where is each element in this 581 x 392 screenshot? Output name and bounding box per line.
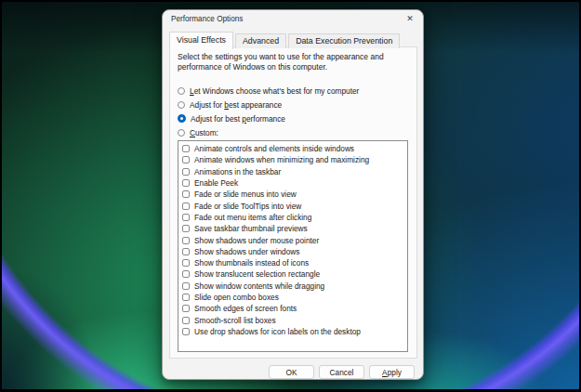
checkbox-label: Save taskbar thumbnail previews [194,224,308,233]
radio-icon [178,114,186,123]
effect-checkbox-row[interactable]: Animations in the taskbar [182,166,407,177]
checkbox-icon [182,225,190,232]
radio-icon [178,87,185,95]
radio-adjust-best-appearance[interactable]: Adjust for best appearance [178,98,359,111]
effect-checkbox-row[interactable]: Show shadows under mouse pointer [182,234,407,245]
checkbox-label: Animate windows when minimizing and maxi… [194,155,369,164]
checkbox-label: Show shadows under mouse pointer [194,236,319,245]
checkbox-label: Smooth edges of screen fonts [194,304,297,313]
tab-advanced[interactable]: Advanced [235,33,286,48]
effect-checkbox-row[interactable]: Smooth-scroll list boxes [182,314,407,325]
checkbox-icon [182,168,190,176]
checkbox-icon [182,317,190,324]
radio-label: Let Windows choose what's best for my co… [190,86,359,96]
checkbox-icon [182,282,190,290]
checkbox-icon [182,270,190,278]
checkbox-label: Slide open combo boxes [194,293,279,302]
dialog-footer: OK Cancel Apply [269,365,415,379]
checkbox-icon [182,328,190,335]
checkbox-label: Use drop shadows for icon labels on the … [194,327,361,336]
tab-label: Data Execution Prevention [296,36,392,46]
checkbox-icon [182,156,190,163]
checkbox-label: Fade or slide ToolTips into view [194,202,301,211]
effect-checkbox-row[interactable]: Show shadows under windows [182,246,407,257]
radio-label: Custom: [190,128,218,137]
effect-checkbox-row[interactable]: Show thumbnails instead of icons [182,257,407,268]
tab-label: Visual Effects [177,35,226,45]
effect-checkbox-row[interactable]: Slide open combo boxes [182,292,407,303]
tab-strip: Visual Effects Advanced Data Execution P… [169,32,402,48]
checkbox-icon [182,305,190,312]
effect-checkbox-row[interactable]: Show translucent selection rectangle [182,268,407,280]
radio-icon [178,129,185,137]
checkbox-label: Animate controls and elements inside win… [194,144,354,153]
checkbox-icon [182,237,190,244]
checkbox-icon [182,179,190,187]
effect-checkbox-row[interactable]: Show window contents while dragging [182,281,407,292]
radio-custom[interactable]: Custom: [178,125,359,139]
checkbox-icon [182,190,190,198]
checkbox-label: Fade or slide menus into view [194,189,297,199]
checkbox-label: Smooth-scroll list boxes [194,316,276,325]
radio-icon [178,101,185,109]
visual-effects-listbox[interactable]: Animate controls and elements inside win… [178,140,408,352]
effect-checkbox-row[interactable]: Enable Peek [182,177,407,189]
performance-radio-group: Let Windows choose what's best for my co… [178,84,359,139]
ok-button[interactable]: OK [269,365,314,379]
checkbox-label: Show translucent selection rectangle [194,269,320,279]
radio-label: Adjust for best performance [191,114,285,124]
checkbox-icon [182,248,190,255]
close-icon[interactable]: ✕ [403,12,417,25]
effect-checkbox-row[interactable]: Fade or slide ToolTips into view [182,200,407,211]
settings-description: Select the settings you want to use for … [178,52,417,72]
performance-options-dialog: Performance Options ✕ Visual Effects Adv… [162,9,424,380]
tab-data-execution-prevention[interactable]: Data Execution Prevention [288,33,400,48]
radio-let-windows-choose[interactable]: Let Windows choose what's best for my co… [178,84,359,98]
checkbox-label: Show window contents while dragging [194,281,324,291]
checkbox-icon [182,145,190,152]
checkbox-label: Enable Peek [194,178,238,188]
effect-checkbox-row[interactable]: Save taskbar thumbnail previews [182,223,407,234]
dialog-title: Performance Options [171,15,243,23]
checkbox-icon [182,203,190,210]
checkbox-label: Show thumbnails instead of icons [194,258,309,268]
radio-label: Adjust for best appearance [190,100,282,110]
checkbox-icon [182,259,190,267]
effect-checkbox-row[interactable]: Use drop shadows for icon labels on the … [182,326,407,337]
tab-visual-effects[interactable]: Visual Effects [169,32,233,49]
effect-checkbox-row[interactable]: Fade out menu items after clicking [182,212,407,223]
checkbox-label: Animations in the taskbar [194,167,281,176]
effect-checkbox-row[interactable]: Smooth edges of screen fonts [182,303,407,314]
effect-checkbox-row[interactable]: Animate windows when minimizing and maxi… [182,154,407,165]
radio-adjust-best-performance[interactable]: Adjust for best performance [178,111,359,125]
checkbox-label: Show shadows under windows [194,247,299,256]
cancel-button[interactable]: Cancel [319,365,364,379]
apply-button[interactable]: Apply [369,365,415,379]
effect-checkbox-row[interactable]: Animate controls and elements inside win… [182,143,407,154]
checkbox-icon [182,214,190,221]
screenshot-frame: Performance Options ✕ Visual Effects Adv… [0,0,581,392]
checkbox-label: Fade out menu items after clicking [194,213,311,222]
effect-checkbox-row[interactable]: Fade or slide menus into view [182,189,407,200]
checkbox-icon [182,294,190,301]
tab-label: Advanced [243,36,279,46]
